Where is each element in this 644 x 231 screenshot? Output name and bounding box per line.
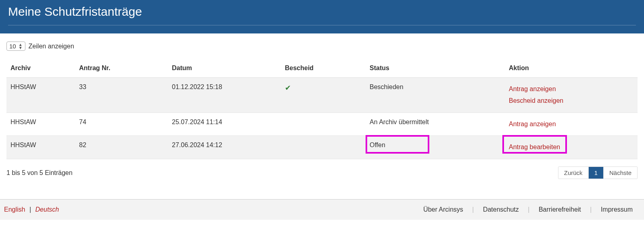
action-link[interactable]: Bescheid anzeigen <box>509 95 634 107</box>
cell-status: Beschieden <box>366 78 505 113</box>
status-value: Offen <box>370 142 385 148</box>
accessibility-link[interactable]: Barrierefreiheit <box>531 206 588 213</box>
pagination: Zurück 1 Nächste <box>558 166 638 179</box>
cell-archiv: HHStAW <box>6 78 75 113</box>
col-archiv[interactable]: Archiv <box>6 59 75 78</box>
cell-aktion: Antrag anzeigen <box>505 112 638 136</box>
cell-antrag-nr: 74 <box>75 112 168 136</box>
status-value: Beschieden <box>370 83 404 90</box>
table-controls: 10 ▲▼ Zeilen anzeigen <box>6 42 638 51</box>
lang-deutsch-link[interactable]: Deutsch <box>36 206 59 213</box>
cell-bescheid <box>281 136 366 159</box>
page-1-button[interactable]: 1 <box>588 167 603 179</box>
action-link[interactable]: Antrag bearbeiten <box>509 142 634 153</box>
table-row: HHStAW7425.07.2024 11:14An Archiv übermi… <box>6 112 638 136</box>
table-footer: 1 bis 5 von 5 Einträgen Zurück 1 Nächste <box>6 166 638 179</box>
cell-archiv: HHStAW <box>6 112 75 136</box>
col-antrag[interactable]: Antrag Nr. <box>75 59 168 78</box>
about-link[interactable]: Über Arcinsys <box>416 206 470 213</box>
page-header: Meine Schutzfristanträge <box>0 0 644 33</box>
action-link[interactable]: Antrag anzeigen <box>509 119 634 130</box>
header-divider <box>8 25 636 25</box>
col-aktion: Aktion <box>505 59 638 78</box>
applications-table: Archiv Antrag Nr. Datum Bescheid Status … <box>6 59 638 159</box>
page-size-select[interactable]: 10 ▲▼ <box>6 42 25 51</box>
action-link[interactable]: Antrag anzeigen <box>509 83 634 95</box>
rows-label: Zeilen anzeigen <box>29 43 74 50</box>
table-row: HHStAW8227.06.2024 14:12OffenAntrag bear… <box>6 136 638 159</box>
table-row: HHStAW3301.12.2022 15:18✔BeschiedenAntra… <box>6 78 638 113</box>
col-status[interactable]: Status <box>366 59 505 78</box>
privacy-link[interactable]: Datenschutz <box>476 206 526 213</box>
updown-icon: ▲▼ <box>19 43 23 50</box>
language-switch: English | Deutsch <box>4 206 59 213</box>
page-prev-button[interactable]: Zurück <box>558 167 588 179</box>
page-next-button[interactable]: Nächste <box>603 167 637 179</box>
col-datum[interactable]: Datum <box>168 59 281 78</box>
cell-aktion: Antrag bearbeiten <box>505 136 638 159</box>
cell-status: Offen <box>366 136 505 159</box>
check-icon: ✔ <box>285 84 291 92</box>
cell-datum: 25.07.2024 11:14 <box>168 112 281 136</box>
cell-datum: 01.12.2022 15:18 <box>168 78 281 113</box>
cell-aktion: Antrag anzeigenBescheid anzeigen <box>505 78 638 113</box>
page-size-value: 10 <box>9 43 16 50</box>
lang-separator: | <box>27 206 33 213</box>
cell-antrag-nr: 82 <box>75 136 168 159</box>
cell-bescheid: ✔ <box>281 78 366 113</box>
status-value: An Archiv übermittelt <box>370 119 429 125</box>
table-header-row: Archiv Antrag Nr. Datum Bescheid Status … <box>6 59 638 78</box>
lang-english-link[interactable]: English <box>4 206 25 213</box>
page-title: Meine Schutzfristanträge <box>8 5 636 19</box>
page-footer: English | Deutsch Über Arcinsys | Datens… <box>0 199 644 220</box>
cell-archiv: HHStAW <box>6 136 75 159</box>
range-info: 1 bis 5 von 5 Einträgen <box>6 169 73 177</box>
col-bescheid[interactable]: Bescheid <box>281 59 366 78</box>
cell-datum: 27.06.2024 14:12 <box>168 136 281 159</box>
cell-bescheid <box>281 112 366 136</box>
cell-antrag-nr: 33 <box>75 78 168 113</box>
imprint-link[interactable]: Impressum <box>594 206 640 213</box>
cell-status: An Archiv übermittelt <box>366 112 505 136</box>
main-content: 10 ▲▼ Zeilen anzeigen Archiv Antrag Nr. … <box>0 33 644 183</box>
footer-links: Über Arcinsys | Datenschutz | Barrierefr… <box>416 206 640 213</box>
